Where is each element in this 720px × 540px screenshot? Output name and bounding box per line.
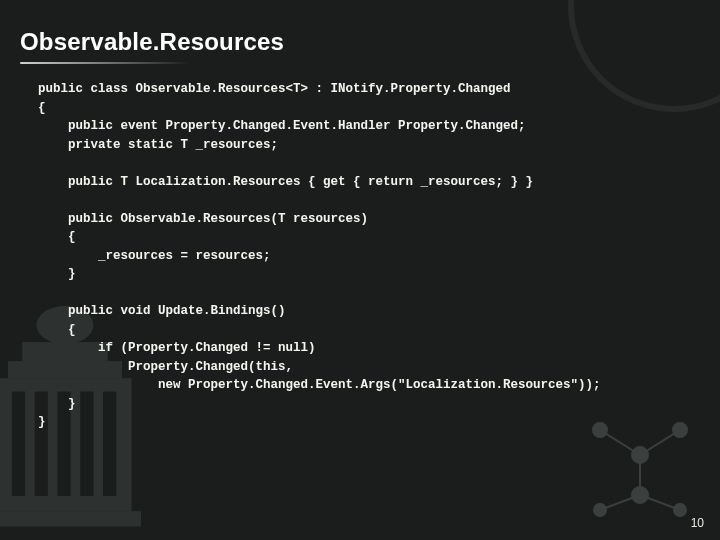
svg-point-19 (594, 504, 606, 516)
code-line: _resources = resources; (38, 249, 271, 263)
code-line: public T Localization.Resources { get { … (38, 175, 533, 189)
svg-line-11 (640, 430, 680, 455)
svg-line-14 (640, 495, 680, 510)
code-line: Property.Changed(this, (38, 360, 293, 374)
code-block: public class Observable.Resources<T> : I… (38, 80, 692, 432)
code-line: public Observable.Resources(T resources) (38, 212, 368, 226)
code-line: { (38, 101, 46, 115)
code-line: private static T _resources; (38, 138, 278, 152)
code-line: public void Update.Bindings() (38, 304, 286, 318)
code-line: if (Property.Changed != null) (38, 341, 316, 355)
code-line: { (38, 323, 76, 337)
code-line: } (38, 267, 76, 281)
page-number: 10 (691, 516, 704, 530)
svg-line-10 (600, 430, 640, 455)
svg-point-18 (632, 487, 648, 503)
code-line: public event Property.Changed.Event.Hand… (38, 119, 526, 133)
svg-point-17 (632, 447, 648, 463)
code-line: public class Observable.Resources<T> : I… (38, 82, 511, 96)
code-line: } (38, 397, 76, 411)
svg-point-20 (674, 504, 686, 516)
title-underline (20, 62, 190, 64)
slide-content: Observable.Resources public class Observ… (0, 0, 720, 432)
code-line: { (38, 230, 76, 244)
code-line: } (38, 415, 46, 429)
svg-rect-9 (0, 511, 141, 526)
code-line: new Property.Changed.Event.Args("Localiz… (38, 378, 601, 392)
slide-title: Observable.Resources (20, 28, 692, 56)
svg-line-13 (600, 495, 640, 510)
